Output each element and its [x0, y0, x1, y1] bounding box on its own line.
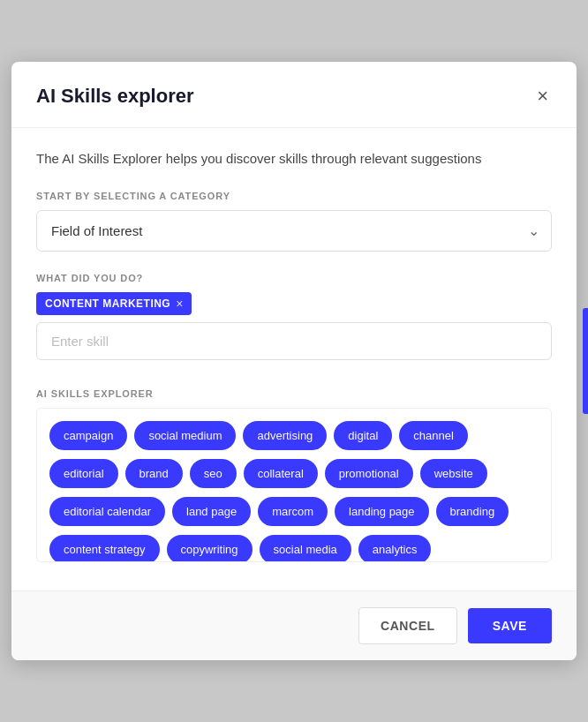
skill-suggestion-tag[interactable]: branding [436, 497, 509, 526]
skill-suggestion-tag[interactable]: advertising [243, 421, 327, 450]
cancel-button[interactable]: CANCEL [358, 607, 457, 644]
skill-suggestion-tag[interactable]: social medium [134, 421, 236, 450]
skills-scroll-container[interactable]: campaignsocial mediumadvertisingdigitalc… [36, 408, 552, 562]
skill-suggestion-tag[interactable]: campaign [49, 421, 127, 450]
accent-bar [583, 308, 588, 414]
skill-suggestion-tag[interactable]: website [420, 459, 487, 488]
save-button[interactable]: SAVE [468, 608, 552, 643]
skill-suggestion-tag[interactable]: content strategy [49, 535, 160, 562]
category-select-wrapper: Field of Interest Technology Marketing D… [36, 210, 552, 252]
skill-suggestion-tag[interactable]: channel [399, 421, 468, 450]
modal-overlay: AI Skills explorer × The AI Skills Explo… [0, 0, 588, 722]
skill-suggestion-tag[interactable]: digital [334, 421, 392, 450]
skill-suggestion-tag[interactable]: collateral [244, 459, 318, 488]
category-label: START BY SELECTING A CATEGORY [36, 191, 552, 201]
close-button[interactable]: × [533, 83, 552, 109]
skill-suggestion-tag[interactable]: seo [190, 459, 237, 488]
selected-tags-container: CONTENT MARKETING × [36, 292, 552, 322]
modal-body: The AI Skills Explorer helps you discove… [11, 128, 577, 590]
modal-title: AI Skills explorer [36, 85, 194, 108]
skill-suggestion-tag[interactable]: editorial [49, 459, 118, 488]
skill-suggestion-tag[interactable]: landing page [335, 497, 428, 526]
skill-input[interactable] [36, 322, 552, 360]
category-section: START BY SELECTING A CATEGORY Field of I… [36, 191, 552, 252]
skill-suggestion-tag[interactable]: copywriting [167, 535, 253, 562]
ai-skills-section: AI SKILLS EXPLORER campaignsocial medium… [36, 388, 552, 562]
skill-suggestion-tag[interactable]: social media [260, 535, 351, 562]
skill-suggestion-tag[interactable]: land page [172, 497, 251, 526]
skills-section: WHAT DID YOU DO? CONTENT MARKETING × [36, 273, 552, 378]
ai-skills-label: AI SKILLS EXPLORER [36, 388, 552, 399]
skill-suggestion-tag[interactable]: marcom [258, 497, 328, 526]
tag-label: CONTENT MARKETING [45, 297, 170, 310]
modal-dialog: AI Skills explorer × The AI Skills Explo… [11, 62, 577, 660]
category-select[interactable]: Field of Interest Technology Marketing D… [36, 210, 552, 252]
remove-tag-button[interactable]: × [176, 297, 183, 310]
skills-section-label: WHAT DID YOU DO? [36, 273, 552, 283]
skill-suggestion-tag[interactable]: analytics [358, 535, 432, 562]
modal-footer: CANCEL SAVE [11, 590, 577, 660]
modal-description: The AI Skills Explorer helps you discove… [36, 149, 552, 169]
skill-suggestion-tag[interactable]: editorial calendar [49, 497, 165, 526]
skill-suggestion-tag[interactable]: brand [125, 459, 183, 488]
modal-header: AI Skills explorer × [11, 62, 577, 128]
selected-tag-content-marketing: CONTENT MARKETING × [36, 292, 192, 315]
skill-suggestion-tag[interactable]: promotional [325, 459, 413, 488]
